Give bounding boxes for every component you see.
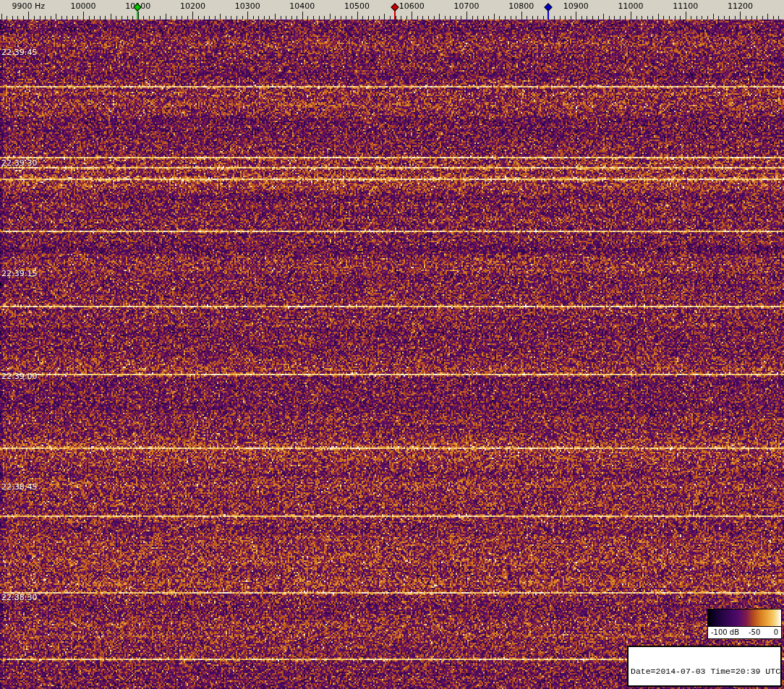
colorbar-label-mid: -50 <box>749 628 760 636</box>
marker-blue-diamond-icon <box>544 3 552 11</box>
spectrogram-window: 22:39:4522:39:3022:39:1522:39:0022:38:45… <box>0 0 784 689</box>
amplitude-colorbar: -100 dB -50 0 <box>707 609 782 639</box>
frequency-ruler[interactable] <box>0 0 784 20</box>
colorbar-label-min: -100 dB <box>711 628 739 636</box>
info-line-date: Date=2014-07-03 Time=20:39 UTC <box>631 667 779 676</box>
waterfall-display[interactable] <box>0 20 784 689</box>
marker-green-diamond-icon <box>134 3 142 11</box>
station-info-box: Date=2014-07-03 Time=20:39 UTC Freq=143 … <box>627 646 782 687</box>
marker-green[interactable] <box>134 4 142 20</box>
waterfall-area: 22:39:4522:39:3022:39:1522:39:0022:38:45… <box>0 20 784 689</box>
marker-red[interactable] <box>391 4 399 20</box>
colorbar-labels: -100 dB -50 0 <box>708 627 781 638</box>
marker-red-diamond-icon <box>391 3 399 11</box>
marker-blue[interactable] <box>545 4 553 20</box>
colorbar-gradient <box>708 609 781 627</box>
colorbar-label-max: 0 <box>774 628 778 636</box>
